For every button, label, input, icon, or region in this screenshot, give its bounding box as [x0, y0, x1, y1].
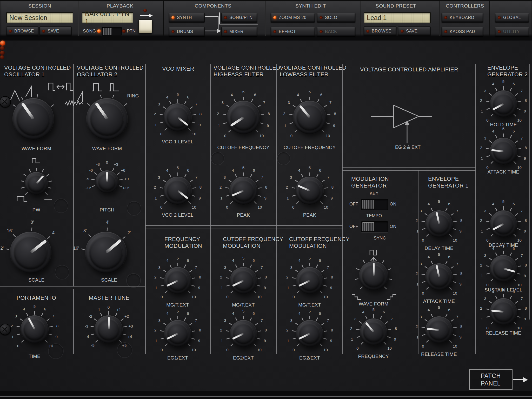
- hpf-cutoff-tick: [257, 105, 261, 108]
- eg1-delay-time-tick: [453, 221, 457, 222]
- controllers-keyboard-button[interactable]: KEYBOARD: [442, 13, 483, 22]
- hpfmod-mg-tick: [235, 264, 237, 268]
- section-divider: [145, 225, 343, 226]
- vco1-level-scale-label: 3: [158, 102, 160, 106]
- eg2-sustain-level-tick: [491, 278, 494, 281]
- synth-edit-header: SYNTH EDIT: [295, 3, 326, 9]
- cutoff-mod-lpf-title: CUTOFF FREQUENCYMODULATION: [289, 236, 350, 249]
- patch-panel-button[interactable]: PATCH PANEL: [469, 369, 513, 390]
- lpfmod-mg-scale-label: 2: [286, 275, 288, 279]
- vco1-level-tick: [169, 101, 171, 104]
- eg2-attack-time-scale-label: 2: [480, 145, 482, 150]
- vco2-pitch-scale-label: +12: [123, 186, 129, 190]
- freqmod-mg-scale-label: 2: [154, 275, 156, 279]
- vco2-pitch-tick: [99, 168, 102, 171]
- controllers-kaoss-pad-button[interactable]: KAOSS PAD: [442, 27, 483, 36]
- eg1-delay-time-scale-label: 7: [456, 208, 458, 213]
- hpf-peak-tick: [225, 188, 229, 189]
- mg-frequency-tick: [380, 316, 382, 319]
- freqmod-eg1-label: EG1/EXT: [167, 355, 188, 361]
- mg-waveform-knob-pointer: [373, 263, 375, 276]
- components-song-ptn-button[interactable]: SONG/PTN: [221, 13, 257, 22]
- sound-preset-display[interactable]: Lead 1: [364, 12, 431, 23]
- eg1-release-time-tick: [450, 319, 454, 322]
- session-name-display[interactable]: New Session: [6, 12, 73, 23]
- lpfmod-mg-tick: [324, 277, 327, 279]
- components-drums-button[interactable]: DRUMS: [169, 27, 205, 36]
- synth-edit-back-button[interactable]: BACK: [317, 27, 355, 36]
- master-tune-scale-label: -2: [89, 314, 92, 318]
- components-mixer-button[interactable]: MIXER: [221, 27, 257, 36]
- eg2-release-time-scale-label: 7: [521, 296, 523, 301]
- mg-frequency-tick: [359, 321, 362, 324]
- synth-edit-zoom-ms20-button[interactable]: ZOOM MS-20: [271, 13, 315, 22]
- mg-frequency-tick: [365, 316, 367, 319]
- vco2-scale-tick: [81, 249, 84, 250]
- portamento-time-scale-label: 7: [52, 314, 54, 318]
- hpfmod-eg2-tick: [229, 323, 232, 325]
- freqmod-mg-tick: [189, 270, 192, 272]
- vco1-scale-tick: [47, 236, 50, 239]
- utility-button[interactable]: UTILITY: [495, 27, 529, 36]
- vco1-level-tick: [159, 114, 163, 116]
- play-button[interactable]: [138, 19, 152, 33]
- mg-sync-label: SYNC: [374, 236, 386, 241]
- preset-browse-button[interactable]: BROWSE: [364, 26, 396, 36]
- vco2-level-scale-label: 7: [195, 175, 197, 179]
- vco2-level-tick: [192, 188, 196, 189]
- session-save-button[interactable]: SAVE: [39, 26, 72, 36]
- freqmod-mg-tick: [160, 277, 163, 279]
- lpf-peak-tick: [295, 180, 298, 182]
- hpf-cutoff-tick: [256, 130, 258, 132]
- session-browse-button[interactable]: BROWSE: [6, 26, 38, 36]
- eg1-delay-time-scale-label: 9: [460, 229, 462, 233]
- eg1-release-time-scale-label: 5: [438, 305, 440, 310]
- mg-frequency-scale-label: 6: [383, 310, 385, 314]
- master-tune-scale-label: -4: [86, 334, 89, 338]
- eg2-decay-time-tick: [517, 228, 520, 230]
- portamento-time-tick: [26, 313, 28, 316]
- lpf-cutoff-tick: [295, 130, 297, 132]
- eg1-delay-time-label: DELAY TIME: [425, 245, 454, 251]
- vco2-pitch-tick: [91, 179, 95, 180]
- preset-save-button[interactable]: SAVE: [398, 26, 431, 36]
- vco-mixer-title: VCO MIXER: [162, 65, 194, 72]
- freqmod-mg-scale-label: 8: [199, 275, 201, 279]
- eg2-sustain-level-tick: [486, 273, 490, 274]
- mg-tempo-switch[interactable]: [361, 221, 388, 232]
- lpfmod-eg2-scale-label: 9: [330, 338, 332, 343]
- section-divider: [73, 289, 74, 354]
- song-ptn-switch-grip[interactable]: [103, 28, 112, 35]
- eg2-sustain-level-scale-label: 7: [521, 253, 523, 257]
- eg2-hold-time-tick: [489, 93, 492, 96]
- hpf-peak-tick: [228, 180, 231, 182]
- song-ptn-switch[interactable]: [102, 27, 122, 36]
- synth-edit-effect-button[interactable]: EFFECT: [271, 27, 315, 36]
- vco2-level-scale-label: 9: [198, 196, 201, 200]
- eg2-hold-time-scale-label: 5: [502, 79, 504, 84]
- hpfmod-eg2-label: EG2/EXT: [233, 355, 254, 361]
- eg1-attack-time-tick: [445, 261, 447, 264]
- controllers-header: CONTROLLERS: [446, 3, 484, 9]
- vco2-level-tick: [164, 201, 167, 204]
- lpfmod-mg-scale-label: 0: [292, 294, 295, 299]
- hpfmod-eg2-tick: [250, 317, 252, 321]
- portamento-time-scale-label: 6: [44, 307, 46, 311]
- synth-edit-solo-button[interactable]: SOLO: [317, 13, 355, 22]
- global-button[interactable]: GLOBAL: [495, 13, 529, 22]
- mg-tempo-switch-grip[interactable]: [362, 222, 375, 231]
- eg2-attack-time-scale-label: 1: [481, 156, 483, 160]
- mg-key-switch[interactable]: [361, 199, 388, 210]
- hpfmod-eg2-scale-label: 5: [242, 309, 244, 313]
- vco1-title: VOLTAGE CONTROLLEDOSCILLATOR 1: [4, 64, 71, 78]
- master-tune-scale-label: -3: [85, 324, 88, 328]
- lpf-peak-scale-label: 10: [324, 205, 328, 209]
- components-header: COMPONENTS: [195, 3, 231, 9]
- hpf-cutoff-tick: [228, 130, 231, 132]
- freqmod-eg1-tick: [189, 323, 192, 325]
- mg-key-switch-grip[interactable]: [362, 200, 375, 209]
- hpfmod-mg-scale-label: 7: [261, 265, 263, 269]
- mg-frequency-tick: [388, 329, 391, 330]
- components-synth-button[interactable]: SYNTH: [169, 13, 205, 22]
- hpfmod-mg-scale-label: 0: [226, 294, 228, 299]
